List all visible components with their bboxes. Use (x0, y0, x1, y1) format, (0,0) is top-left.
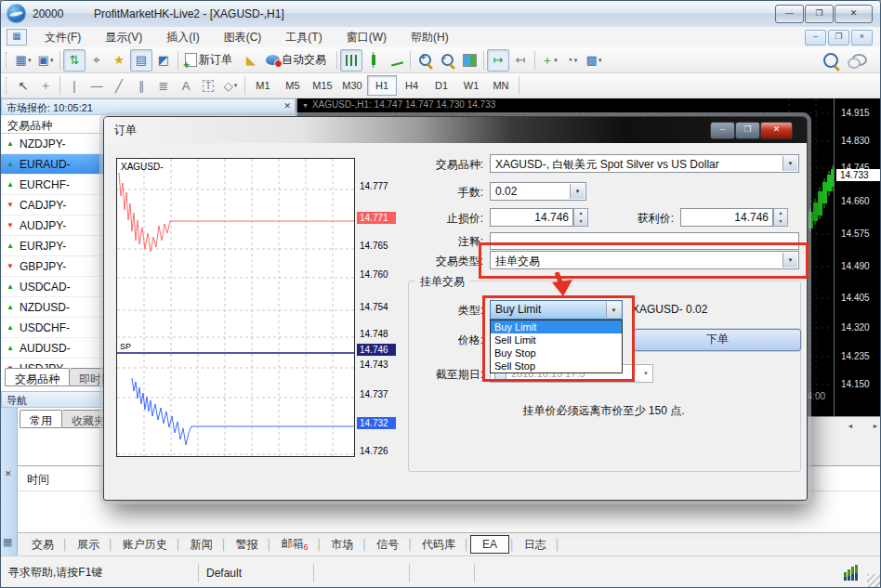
dropdown-option-sell-limit[interactable]: Sell Limit (491, 333, 622, 346)
window-minimize-button[interactable]: — (775, 5, 804, 23)
text-label-button[interactable]: T (197, 74, 219, 97)
mdi-close-button[interactable]: × (851, 30, 873, 46)
bar-chart-button[interactable] (340, 49, 362, 72)
spin-up-icon[interactable]: ▲ (774, 209, 787, 217)
tab-交易[interactable]: 交易 (23, 535, 62, 555)
chat-icon[interactable] (851, 54, 867, 66)
tab-警报[interactable]: 警报 (228, 535, 267, 555)
chart-shift-button[interactable]: ⌖ (85, 49, 108, 72)
combo-arrow-icon[interactable]: ▼ (606, 302, 621, 318)
dialog-minimize-button[interactable]: – (710, 122, 735, 139)
timeframe-h1[interactable]: H1 (367, 75, 397, 96)
mdi-minimize-button[interactable]: – (805, 30, 826, 46)
timeframe-m30[interactable]: M30 (337, 75, 367, 96)
tab-账户历史[interactable]: 账户历史 (114, 535, 176, 555)
dialog-title-bar[interactable]: 订单 (104, 117, 807, 143)
tab-代码库[interactable]: 代码库 (414, 535, 464, 555)
zoom-in-button[interactable]: + (414, 49, 436, 72)
zoom-out-button[interactable]: - (436, 49, 458, 72)
vertical-line-button[interactable]: ❘ (63, 74, 85, 97)
mdi-restore-button[interactable]: ❐ (828, 30, 849, 46)
indicator-wedge-button[interactable]: ◣ (240, 49, 262, 72)
shapes-button[interactable]: ◇▾ (219, 74, 242, 97)
takeprofit-spinner[interactable]: ▲ ▼ (773, 208, 788, 227)
volume-combo[interactable]: 0.02 ▼ (490, 182, 586, 201)
pending-type-combo[interactable]: Buy Limit ▼ (490, 300, 623, 320)
search-icon[interactable] (823, 53, 838, 68)
templates-button[interactable]: ▩▾ (583, 49, 605, 72)
time-column-header[interactable]: 时间 (27, 472, 49, 488)
tab-展示[interactable]: 展示 (69, 535, 108, 555)
close-icon[interactable]: ✕ (283, 101, 291, 111)
trendline-button[interactable]: ╱ (108, 74, 130, 97)
periods-button[interactable]: ◔▾ (560, 49, 583, 72)
line-chart-button[interactable] (385, 49, 407, 72)
status-profile[interactable]: Default (199, 564, 314, 582)
dropdown-option-buy-stop[interactable]: Buy Stop (491, 346, 622, 359)
text-tool-button[interactable]: A (175, 74, 197, 97)
menu-item-0[interactable]: 文件(F) (33, 28, 93, 47)
combo-arrow-icon[interactable]: ▼ (782, 253, 797, 268)
timeframe-mn[interactable]: MN (486, 75, 516, 96)
crosshair-tool-button[interactable]: ＋ (34, 74, 57, 97)
spin-down-icon[interactable]: ▼ (774, 217, 787, 226)
menu-item-4[interactable]: 工具(T) (273, 28, 334, 47)
combo-arrow-icon[interactable]: ▼ (643, 371, 649, 376)
tab-邮箱[interactable]: 邮箱6 (272, 534, 316, 554)
menu-item-2[interactable]: 插入(I) (154, 28, 211, 47)
menu-item-5[interactable]: 窗口(W) (335, 28, 399, 47)
data-window-button[interactable]: ◩ (152, 49, 175, 72)
new-order-button[interactable]: 新订单 (181, 49, 240, 72)
timeframe-m15[interactable]: M15 (308, 75, 337, 96)
comment-input[interactable] (490, 232, 799, 250)
market-watch-toggle-button[interactable]: ▤ (130, 49, 152, 72)
combo-arrow-icon[interactable]: ▼ (782, 156, 797, 171)
tab-新闻[interactable]: 新闻 (182, 535, 221, 555)
takeprofit-input[interactable]: 14.746 (680, 208, 773, 227)
new-chart-button[interactable]: ▦▾ (12, 49, 34, 72)
market-watch-tab-0[interactable]: 交易品种 (5, 368, 70, 386)
candlestick-button[interactable] (362, 49, 385, 72)
chart-system-menu-icon[interactable]: ▦ (7, 29, 27, 46)
tab-市场[interactable]: 市场 (322, 535, 362, 555)
favorites-button[interactable]: ★ (108, 49, 130, 72)
scroll-right-icon[interactable]: ► (868, 419, 881, 433)
stoploss-input[interactable]: 14.746 (490, 208, 573, 227)
dialog-maximize-button[interactable]: ❐ (735, 122, 760, 139)
combo-arrow-icon[interactable]: ▼ (570, 184, 585, 199)
trade-type-combo[interactable]: 挂单交易 ▼ (490, 251, 799, 269)
close-icon[interactable]: ✕ (5, 469, 12, 478)
autoscroll-button[interactable]: ⇅ (63, 49, 85, 72)
timeframe-h4[interactable]: H4 (397, 75, 427, 96)
tab-EA[interactable]: EA (470, 535, 509, 554)
profiles-button[interactable]: ▣▾ (34, 49, 57, 72)
dialog-close-button[interactable]: ✕ (760, 122, 793, 139)
window-close-button[interactable]: ✕ (835, 5, 873, 23)
menu-item-6[interactable]: 帮助(H) (399, 28, 461, 47)
timeframe-m5[interactable]: M5 (278, 75, 308, 96)
tab-日志[interactable]: 日志 (516, 535, 555, 555)
timeframe-d1[interactable]: D1 (427, 75, 456, 96)
symbol-combo[interactable]: XAGUSD-, 白银美元 Spot Silver vs US Dollar ▼ (490, 154, 799, 173)
tab-信号[interactable]: 信号 (368, 535, 407, 555)
fibonacci-button[interactable]: ≣ (152, 74, 175, 97)
toolbar-grip[interactable] (6, 52, 9, 69)
channel-button[interactable]: ∥ (130, 74, 152, 97)
cursor-tool-button[interactable]: ↖ (12, 74, 34, 97)
add-indicator-button[interactable]: ＋▾ (538, 49, 560, 72)
horizontal-line-button[interactable]: — (85, 74, 108, 97)
dropdown-option-sell-stop[interactable]: Sell Stop (491, 359, 622, 372)
window-maximize-button[interactable]: ❐ (805, 5, 834, 23)
chart-shift-end-button[interactable]: ↤ (509, 49, 532, 72)
toolbar-grip[interactable] (6, 77, 9, 94)
timeframe-w1[interactable]: W1 (456, 75, 486, 96)
panel-grid-icon[interactable]: ▦ (3, 536, 12, 548)
scroll-left-icon[interactable]: ◄ (843, 419, 858, 433)
scroll-to-end-button[interactable]: ↦ (487, 49, 509, 72)
tile-windows-button[interactable] (458, 49, 480, 72)
navigator-tab-0[interactable]: 常用 (20, 410, 62, 428)
menu-item-1[interactable]: 显示(V) (93, 28, 154, 47)
place-order-button[interactable]: 下单 (634, 329, 801, 351)
autotrade-button[interactable]: 自动交易 (262, 49, 334, 72)
resize-grip[interactable] (867, 574, 880, 587)
